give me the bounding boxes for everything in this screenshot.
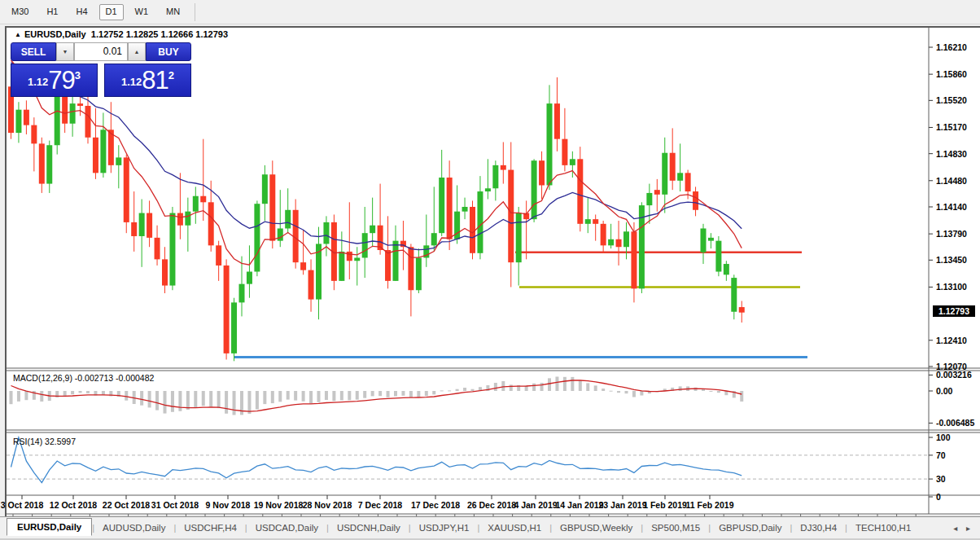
symbol-tab-gbpusd-daily[interactable]: GBPUSD,Daily	[711, 520, 790, 535]
current-price-badge: 1.12793	[933, 305, 975, 317]
symbol-tab-eurusd-daily[interactable]: EURUSD,Daily	[7, 518, 92, 536]
symbol-tab-bar: EURUSD,Daily|AUDUSD,Daily|USDCHF,H4|USDC…	[0, 516, 980, 538]
macd-axis-label: 0.003216	[936, 370, 972, 380]
date-axis-label: 11 Feb 2019	[686, 500, 734, 510]
price-axis-label: 1.14480	[936, 176, 967, 186]
rsi-axis-label: 0	[936, 492, 941, 502]
date-axis-label: 23 Jan 2019	[599, 500, 647, 510]
one-click-trading-panel: SELL ▼ 0.01 ▲ BUY 1.12 79 3 1.12 81 2	[11, 42, 191, 97]
timeframe-toolbar: M30H1H4D1W1MN	[0, 0, 980, 24]
timeframe-button-w1[interactable]: W1	[129, 4, 155, 20]
timeframe-button-d1[interactable]: D1	[99, 4, 124, 20]
price-axis-label: 1.14830	[936, 149, 967, 159]
symbol-tab-usdcad-daily[interactable]: USDCAD,Daily	[247, 520, 326, 535]
rsi-axis-label: 70	[936, 450, 946, 460]
sell-price-pipette: 3	[75, 69, 81, 81]
macd-axis-label: 0.00	[936, 386, 952, 396]
toolbar-separator	[195, 3, 195, 21]
symbol-tab-sp500-m15[interactable]: SP500,M15	[643, 520, 708, 535]
price-axis-label: 1.13450	[936, 255, 967, 265]
symbol-tab-usdchf-h4[interactable]: USDCHF,H4	[176, 520, 245, 535]
date-axis-label: 14 Jan 2019	[556, 500, 604, 510]
date-axis-label: 17 Dec 2018	[411, 500, 460, 510]
volume-input[interactable]: 0.01	[74, 42, 128, 61]
chart-ohlc-values: 1.12752 1.12825 1.12666 1.12793	[91, 29, 228, 39]
timeframe-button-h1[interactable]: H1	[40, 4, 64, 20]
symbol-tab-xauusd-h1[interactable]: XAUUSD,H1	[479, 520, 549, 535]
chart-symbol-label: EURUSD,Daily	[24, 29, 86, 39]
symbol-tab-tech100-h1[interactable]: TECH100,H1	[847, 520, 919, 535]
timeframe-button-m30[interactable]: M30	[5, 4, 35, 20]
chart-window	[5, 26, 980, 538]
chart-title: ▲EURUSD,Daily 1.12752 1.12825 1.12666 1.…	[15, 29, 228, 39]
buy-price-prefix: 1.12	[121, 72, 142, 93]
buy-price-big: 81	[142, 68, 168, 93]
buy-button[interactable]: BUY	[146, 42, 191, 61]
symbol-tab-audusd-daily[interactable]: AUDUSD,Daily	[94, 520, 173, 535]
sell-price-tile[interactable]: 1.12 79 3	[11, 64, 98, 97]
date-axis-label: 3 Oct 2018	[1, 500, 44, 510]
date-axis-label: 31 Oct 2018	[151, 500, 199, 510]
date-axis-label: 1 Feb 2019	[643, 500, 687, 510]
buy-price-tile[interactable]: 1.12 81 2	[104, 64, 191, 97]
timeframe-button-h4[interactable]: H4	[69, 4, 94, 20]
rsi-axis-label: 30	[936, 474, 946, 484]
price-axis-label: 1.12410	[936, 336, 967, 345]
timeframe-button-mn[interactable]: MN	[160, 4, 186, 20]
mt4-workspace: M30H1H4D1W1MN ▲EURUSD,Daily 1.12752 1.12…	[0, 0, 980, 540]
rsi-axis-label: 100	[936, 432, 951, 442]
rsi-indicator-label: RSI(14) 32.5997	[13, 437, 76, 446]
price-axis-label: 1.13100	[936, 282, 967, 292]
date-axis-label: 19 Nov 2018	[254, 500, 304, 510]
symbol-tab-usdjpy-h1[interactable]: USDJPY,H1	[411, 520, 478, 535]
sell-price-prefix: 1.12	[28, 72, 48, 93]
date-axis-label: 26 Dec 2018	[467, 500, 516, 510]
date-axis-label: 7 Dec 2018	[358, 500, 402, 510]
sell-button[interactable]: SELL	[11, 42, 56, 61]
volume-increase-button[interactable]: ▲	[128, 42, 146, 61]
price-axis-label: 1.15170	[936, 122, 967, 132]
sell-price-big: 79	[48, 68, 74, 93]
symbol-tab-usdcnh-daily[interactable]: USDCNH,Daily	[329, 520, 409, 535]
price-axis-label: 1.15860	[936, 69, 967, 79]
price-axis-label: 1.13790	[936, 229, 967, 239]
symbol-tab-gbpusd-weekly[interactable]: GBPUSD,Weekly	[552, 520, 641, 535]
price-axis-label: 1.16210	[936, 42, 967, 52]
macd-indicator-label: MACD(12,26,9) -0.002713 -0.000482	[13, 373, 154, 383]
date-axis-label: 12 Oct 2018	[50, 500, 97, 510]
collapse-panel-icon[interactable]: ▲	[15, 31, 21, 38]
price-axis-label: 1.14140	[936, 202, 967, 212]
volume-decrease-button[interactable]: ▼	[56, 42, 74, 61]
buy-price-pipette: 2	[168, 69, 174, 81]
date-axis-label: 22 Oct 2018	[103, 500, 150, 510]
price-axis-label: 1.15520	[936, 95, 967, 105]
symbol-tab-dj30-h4[interactable]: DJ30,H4	[792, 520, 845, 535]
macd-axis-label: -0.006485	[936, 418, 974, 428]
date-axis-label: 9 Nov 2018	[206, 500, 251, 510]
date-axis-label: 28 Nov 2018	[303, 500, 352, 510]
date-axis-label: 4 Jan 2019	[514, 500, 557, 510]
tab-scroll-arrows[interactable]: ◂ ▸	[953, 524, 980, 533]
